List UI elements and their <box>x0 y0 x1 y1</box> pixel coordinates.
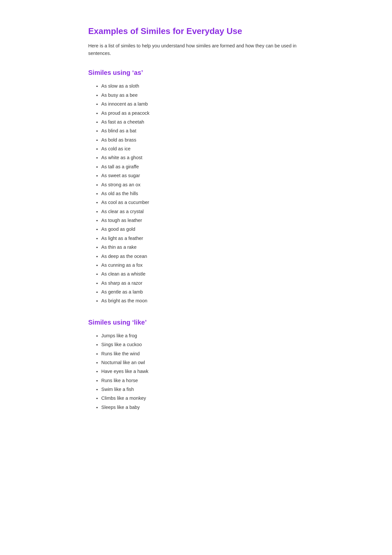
list-item: Sleeps like a baby <box>101 403 317 412</box>
list-item: As innocent as a lamb <box>101 100 317 109</box>
list-item: As white as a ghost <box>101 153 317 162</box>
list-item: Swim like a fish <box>101 385 317 394</box>
list-item: As good as gold <box>101 225 317 234</box>
list-item: As bold as brass <box>101 136 317 144</box>
like-simile-list: Jumps like a frogSings like a cuckooRuns… <box>88 331 317 412</box>
list-item: As slow as a sloth <box>101 82 317 91</box>
like-section-heading: Similes using ‘like’ <box>88 319 317 326</box>
list-item: Jumps like a frog <box>101 331 317 340</box>
list-item: Runs like the wind <box>101 349 317 358</box>
list-item: As clear as a crystal <box>101 207 317 216</box>
list-item: As tough as leather <box>101 216 317 225</box>
list-item: Nocturnal like an owl <box>101 358 317 367</box>
list-item: As light as a feather <box>101 234 317 243</box>
list-item: Runs like a horse <box>101 376 317 385</box>
page-container: Examples of Similes for Everyday Use Her… <box>56 0 336 451</box>
list-item: As strong as an ox <box>101 180 317 189</box>
list-item: Sings like a cuckoo <box>101 340 317 349</box>
list-item: As fast as a cheetah <box>101 118 317 126</box>
list-item: As tall as a giraffe <box>101 162 317 171</box>
list-item: As cold as ice <box>101 144 317 153</box>
list-item: As cunning as a fox <box>101 261 317 270</box>
list-item: As gentle as a lamb <box>101 288 317 296</box>
list-item: As sweet as sugar <box>101 171 317 180</box>
as-simile-list: As slow as a slothAs busy as a beeAs inn… <box>88 82 317 305</box>
list-item: Climbs like a monkey <box>101 394 317 403</box>
list-item: As sharp as a razor <box>101 279 317 288</box>
list-item: As old as the hills <box>101 189 317 198</box>
list-item: As busy as a bee <box>101 91 317 100</box>
list-item: Have eyes like a hawk <box>101 367 317 376</box>
intro-paragraph: Here is a list of similes to help you un… <box>88 42 317 57</box>
list-item: As cool as a cucumber <box>101 198 317 207</box>
as-section: Similes using ‘as’ As slow as a slothAs … <box>88 69 317 305</box>
like-section: Similes using ‘like’ Jumps like a frogSi… <box>88 319 317 412</box>
list-item: As blind as a bat <box>101 126 317 135</box>
list-item: As clean as a whistle <box>101 270 317 278</box>
list-item: As bright as the moon <box>101 296 317 305</box>
as-section-heading: Similes using ‘as’ <box>88 69 317 76</box>
list-item: As proud as a peacock <box>101 109 317 118</box>
list-item: As deep as the ocean <box>101 252 317 261</box>
list-item: As thin as a rake <box>101 243 317 252</box>
page-title: Examples of Similes for Everyday Use <box>88 26 317 36</box>
